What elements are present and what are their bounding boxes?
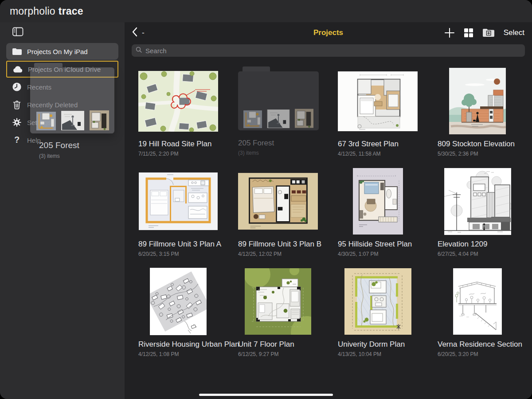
brand-primary: morpholio [10,5,55,17]
mini-thumbnail-interior [61,111,84,130]
floor-plan-art [338,71,418,131]
mini-thumbnail-plan-beige [90,110,109,130]
back-button[interactable]: - [132,27,145,39]
project-date: 4/30/25, 1:07 PM [338,251,438,257]
sidebar-item-projects-on-my-ipad[interactable]: Projects On My iPad [6,43,118,60]
project-date: 6/27/25, 4:04 PM [438,251,532,257]
site-plan-art [138,71,218,132]
project-card[interactable]: 19 Hill Road Site Plan 7/11/25, 2:20 PM [138,67,238,157]
project-thumbnail [138,268,218,335]
search-bar[interactable] [132,44,525,57]
add-project-button[interactable] [444,27,455,38]
project-date: 6/20/25, 3:15 PM [138,251,238,257]
drag-preview-folder-tab [34,63,63,67]
project-title: 95 Hillside Street Plan [338,240,438,249]
back-label: - [142,28,145,37]
project-title: 809 Stockton Elevation [438,140,532,149]
mini-thumbnail-plan-gray [243,110,262,128]
project-thumbnail [238,168,318,235]
project-thumbnail [338,268,418,335]
project-title: Verna Residence Section [438,340,532,349]
project-card-folder-ghost[interactable]: 205 Forest (3) items [238,67,338,157]
new-folder-button[interactable] [482,28,495,38]
search-icon [136,47,142,55]
project-title: Elevation 1209 [438,240,532,249]
project-thumbnail [438,268,517,335]
project-date: 4/12/25, 11:58 AM [338,151,438,157]
mini-thumbnail-plan-gray [36,112,56,130]
project-title: 67 3rd Street Plan [338,140,438,149]
cloud-icon [12,65,23,73]
section-sketch-art [453,268,502,335]
project-thumbnail [338,67,418,135]
project-thumbnail [338,168,418,235]
project-card[interactable]: 89 Fillmore Unit 3 Plan A 6/20/25, 3:15 … [138,168,238,257]
project-date: 6/20/25, 3:20 PM [438,351,532,357]
urban-plan-art [150,268,207,335]
project-card[interactable]: 67 3rd Street Plan 4/12/25, 11:58 AM [338,67,438,157]
new-folder-icon [482,28,495,38]
grid-view-icon [464,28,473,38]
project-card[interactable]: Elevation 1209 6/27/25, 4:04 PM [438,168,532,257]
main-panel: - Projects Select [125,22,532,399]
drag-preview-card [30,67,114,133]
floor-plan-art [139,172,218,230]
drag-preview-title: 205 Forest [39,141,114,150]
folder-icon [12,47,22,56]
project-thumbnail [438,168,517,235]
project-card[interactable]: 95 Hillside Street Plan 4/30/25, 1:07 PM [338,168,438,257]
drag-preview-thumbnails [36,110,109,130]
folder-ghost-thumbnail [238,66,318,134]
project-card[interactable]: 809 Stockton Elevation 5/30/25, 2:36 PM [438,67,532,157]
elevation-art [449,68,506,134]
app-topbar: morpholiotrace [0,0,532,22]
project-card[interactable]: Verna Residence Section 6/20/25, 3:20 PM [438,268,532,357]
project-card[interactable]: Univerity Dorm Plan 4/13/25, 10:04 PM [338,268,438,357]
folder-thumbnails [243,109,313,128]
help-icon: ? [12,135,22,145]
drag-preview-folder[interactable]: 205 Forest (3) items [30,63,114,159]
project-card[interactable]: 89 Fillmore Unit 3 Plan B 4/12/25, 12:02… [238,168,338,257]
gear-icon [12,117,22,127]
page-title: Projects [313,28,343,37]
project-title: 205 Forest [238,139,338,148]
clock-icon [12,82,22,92]
elevation-sketch-art [444,168,511,235]
project-thumbnail [138,67,218,135]
sidebar-toggle-icon [12,30,23,38]
sidebar-item-label: Projects On My iPad [27,48,88,55]
search-input[interactable] [145,47,521,55]
mini-thumbnail-plan-beige [295,109,313,128]
project-thumbnail [238,268,318,335]
project-date: 6/12/25, 9:27 PM [238,351,338,357]
project-date: 7/11/25, 2:20 PM [138,151,238,157]
svg-text:?: ? [14,135,20,145]
project-card[interactable]: Unit 7 Floor Plan 6/12/25, 9:27 PM [238,268,338,357]
select-button[interactable]: Select [504,28,524,37]
project-title: 89 Fillmore Unit 3 Plan A [138,240,238,249]
project-date: 4/12/25, 1:08 PM [138,351,238,357]
project-card[interactable]: Riverside Housing Urban Plan 4/12/25, 1:… [138,268,238,357]
main-header: - Projects Select [125,22,532,43]
brand-secondary: trace [59,5,83,17]
home-indicator[interactable] [199,394,333,396]
sidebar: Projects On My iPad Projects On iCloud D… [0,22,125,399]
grid-view-button[interactable] [464,28,473,38]
project-title: 19 Hill Road Site Plan [138,140,238,149]
sidebar-toggle-button[interactable] [12,27,23,38]
project-date: 4/12/25, 12:02 PM [238,251,338,257]
floor-plan-art [344,268,411,335]
drag-preview-item-count: (3) items [39,153,114,159]
project-title: Riverside Housing Urban Plan [138,340,238,349]
project-thumbnail [138,168,218,235]
chevron-left-icon [132,27,137,39]
project-thumbnail [438,67,517,135]
header-actions: Select [444,27,524,38]
project-date: 5/30/25, 2:36 PM [438,151,532,157]
project-item-count: (3) items [238,150,338,156]
plus-icon [444,27,455,38]
floor-plan-art [353,168,403,235]
project-date: 4/13/25, 10:04 PM [338,351,438,357]
trash-icon [12,100,22,110]
floor-plan-art [238,172,318,230]
